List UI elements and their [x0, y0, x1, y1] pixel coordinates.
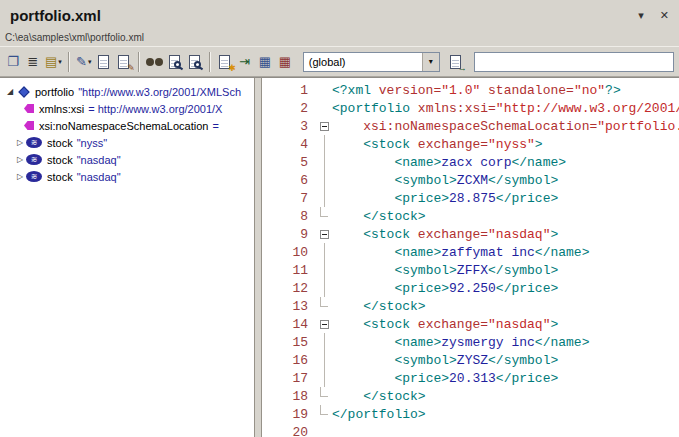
line-number: 19 — [262, 407, 316, 422]
tree-item-value: = — [212, 120, 218, 132]
code-line: 9 <stock exchange="nasdaq"> — [262, 225, 679, 243]
code-text[interactable]: <name>zacx corp</name> — [332, 155, 679, 170]
table-view-icon[interactable]: ▦ — [255, 51, 275, 73]
code-text[interactable]: <stock exchange="nasdaq"> — [332, 317, 679, 332]
line-number: 6 — [262, 173, 316, 188]
line-number: 2 — [262, 101, 316, 116]
code-text[interactable]: <stock exchange="nyss"> — [332, 137, 679, 152]
collapsed-expander-icon[interactable]: ▷ — [14, 139, 26, 147]
code-text[interactable]: <symbol>ZCXM</symbol> — [332, 173, 679, 188]
line-number: 12 — [262, 281, 316, 296]
code-line: 16 <symbol>ZYSZ</symbol> — [262, 351, 679, 369]
fold-end-icon — [316, 297, 332, 315]
code-text[interactable]: </stock> — [332, 389, 679, 404]
toolbar: ❐≣▤▾✎▾✎✱⇥▦▦ (global) ▾ → — [0, 46, 679, 77]
line-number: 1 — [262, 83, 316, 98]
titlebar: portfolio.xml ▾ ✕ — [0, 0, 679, 30]
fold-box-icon[interactable] — [316, 117, 332, 135]
tree-item[interactable]: ▷≋stock"nasdaq" — [0, 168, 254, 185]
code-text[interactable]: <name>zysmergy inc</name> — [332, 335, 679, 350]
tree-item-value: "nasdaq" — [77, 171, 121, 183]
line-number: 4 — [262, 137, 316, 152]
tree-item-value: "nyss" — [77, 137, 107, 149]
fold-line-icon — [316, 171, 332, 189]
numbered-list-icon[interactable]: ≣ — [23, 51, 43, 73]
tree-item[interactable]: ▷≋stock"nyss" — [0, 134, 254, 151]
code-text[interactable]: <price>28.875</price> — [332, 191, 679, 206]
scope-combobox[interactable]: (global) ▾ — [303, 52, 440, 72]
code-line: 11 <symbol>ZFFX</symbol> — [262, 261, 679, 279]
code-line: 19</portfolio> — [262, 405, 679, 423]
code-line: 14 <stock exchange="nasdaq"> — [262, 315, 679, 333]
window-menu-icon[interactable]: ▾ — [638, 10, 644, 21]
code-text[interactable]: <name>zaffymat inc</name> — [332, 245, 679, 260]
element-icon: ≋ — [26, 137, 42, 148]
code-line: 5 <name>zacx corp</name> — [262, 153, 679, 171]
code-text[interactable]: <price>92.250</price> — [332, 281, 679, 296]
code-text[interactable]: </stock> — [332, 209, 679, 224]
toolbar-separator — [68, 52, 70, 72]
code-text[interactable]: <stock exchange="nasdaq"> — [332, 227, 679, 242]
close-icon[interactable]: ✕ — [660, 10, 669, 21]
fold-end-icon — [316, 207, 332, 225]
chevron-down-icon[interactable]: ▾ — [422, 53, 439, 71]
line-number: 11 — [262, 263, 316, 278]
toolbar-go-group: → — [446, 51, 466, 73]
preview-document-icon[interactable] — [185, 51, 205, 73]
tree-item[interactable]: xmlns:xsi= http://www.w3.org/2001/X — [0, 100, 254, 117]
line-number: 13 — [262, 299, 316, 314]
tree-item[interactable]: xsi:noNamespaceSchemaLocation= — [0, 117, 254, 134]
line-number: 17 — [262, 371, 316, 386]
attribute-icon — [24, 104, 34, 113]
code-line: 4 <stock exchange="nyss"> — [262, 135, 679, 153]
search-input[interactable] — [474, 52, 674, 72]
toolbar-separator — [209, 52, 211, 72]
code-text[interactable]: </stock> — [332, 299, 679, 314]
edit-document-icon[interactable]: ✎ — [114, 51, 134, 73]
code-text[interactable]: <price>20.313</price> — [332, 371, 679, 386]
tree-item-value: "nasdaq" — [77, 154, 121, 166]
document-icon[interactable] — [94, 51, 114, 73]
main-area: ◢portfolio"http://www.w3.org/2001/XMLSch… — [0, 77, 679, 437]
line-number: 5 — [262, 155, 316, 170]
xml-source-editor[interactable]: 1<?xml version="1.0" standalone="no"?>2<… — [261, 78, 679, 437]
fold-end-icon — [316, 405, 332, 423]
collapsed-expander-icon[interactable]: ▷ — [14, 156, 26, 164]
fold-box-icon[interactable] — [316, 225, 332, 243]
line-number: 3 — [262, 119, 316, 134]
code-text[interactable]: <symbol>ZYSZ</symbol> — [332, 353, 679, 368]
line-number: 10 — [262, 245, 316, 260]
element-icon: ≋ — [26, 154, 42, 165]
edit-dropdown-icon[interactable]: ✎▾ — [74, 51, 94, 73]
fold-line-icon — [316, 261, 332, 279]
new-from-template-icon[interactable]: ✱ — [215, 51, 235, 73]
line-number: 20 — [262, 425, 316, 437]
tree-item-label: xsi:noNamespaceSchemaLocation — [39, 120, 208, 132]
code-line: 17 <price>20.313</price> — [262, 369, 679, 387]
tree-item[interactable]: ◢portfolio"http://www.w3.org/2001/XMLSch — [0, 83, 254, 100]
code-line: 12 <price>92.250</price> — [262, 279, 679, 297]
fold-box-icon[interactable] — [316, 315, 332, 333]
code-text[interactable]: </portfolio> — [332, 407, 679, 422]
code-text[interactable]: <symbol>ZFFX</symbol> — [332, 263, 679, 278]
window-buttons: ▾ ✕ — [638, 10, 669, 21]
schema-map-icon[interactable]: ❐ — [3, 51, 23, 73]
file-path: C:\ea\samples\xml\portfolio.xml — [0, 30, 679, 46]
tree-item[interactable]: ▷≋stock"nasdaq" — [0, 151, 254, 168]
find-icon[interactable] — [144, 51, 165, 73]
code-text[interactable]: <portfolio xmlns:xsi="http://www.w3.org/… — [332, 101, 679, 116]
grid-view-icon[interactable]: ▦ — [275, 51, 295, 73]
open-document-dropdown-icon[interactable]: ▤▾ — [43, 51, 64, 73]
expanded-expander-icon[interactable]: ◢ — [4, 88, 16, 96]
code-text[interactable]: xsi:noNamespaceSchemaLocation="portfolio… — [332, 119, 679, 134]
tree-item-label: stock — [47, 171, 73, 183]
tree-item-label: portfolio — [35, 86, 74, 98]
collapsed-expander-icon[interactable]: ▷ — [14, 173, 26, 181]
toolbar-separator — [138, 52, 140, 72]
go-icon[interactable]: → — [446, 51, 466, 73]
code-text[interactable]: <?xml version="1.0" standalone="no"?> — [332, 83, 679, 98]
xml-tree-panel[interactable]: ◢portfolio"http://www.w3.org/2001/XMLSch… — [0, 78, 255, 437]
tree-item-value: "http://www.w3.org/2001/XMLSch — [78, 86, 241, 98]
goto-icon[interactable]: ⇥ — [235, 51, 255, 73]
browse-document-icon[interactable] — [165, 51, 185, 73]
